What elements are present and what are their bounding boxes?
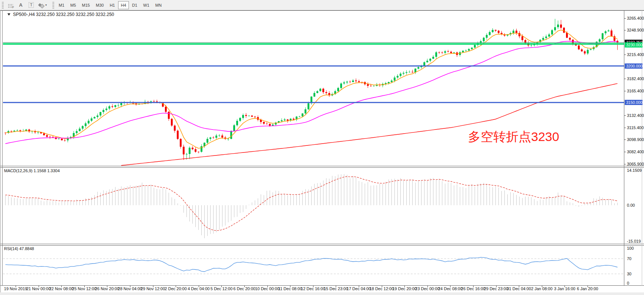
date-axis-label: 17 Dec 04:00 [347, 286, 371, 291]
macd-axis-label: 14.1509 [627, 168, 642, 173]
date-axis-label: 21 Nov 00:00 [26, 286, 51, 291]
date-axis-label: 12 Dec 16:00 [301, 286, 325, 291]
price-tick-mark [624, 152, 626, 152]
price-tick-mark [624, 79, 626, 79]
price-level-box[interactable]: 3200.000 [625, 63, 643, 69]
toolbar: F A T ▾ M1M5M15M30H1H4D1W1MN [0, 0, 644, 10]
rsi-axis-label: 70 [627, 256, 631, 261]
timeframe-button-D1[interactable]: D1 [130, 1, 140, 9]
date-axis-label: 26 Dec 16:00 [461, 286, 485, 291]
macd-axis-label: 0.00 [627, 203, 635, 207]
rsi-axis-label: 0 [627, 281, 629, 285]
price-axis-separator [624, 10, 624, 286]
date-axis-label: 4 Dec 04:00 [188, 286, 209, 291]
timeframe-button-W1[interactable]: W1 [141, 1, 152, 9]
date-axis-label: 28 Nov 04:00 [118, 286, 142, 291]
styles-icon[interactable]: ▾ [37, 1, 49, 9]
price-axis-label: 3248.900 [627, 28, 644, 32]
timeframe-button-M15[interactable]: M15 [79, 1, 92, 9]
grid-f-icon-glyph: F [12, 6, 14, 9]
price-tick-mark [624, 128, 626, 128]
date-axis-label: 5 Dec 12:00 [211, 286, 232, 291]
date-axis-label: 2 Jan 08:00 [531, 286, 553, 291]
rsi-label: RSI(14) 47.8848 [4, 246, 34, 251]
price-axis-label: 3065.900 [627, 162, 644, 166]
timeframe-button-H4[interactable]: H4 [118, 1, 129, 9]
date-axis-label: 3 Jan 16:00 [554, 286, 576, 291]
date-axis-label: 6 Jan 20:00 [577, 286, 598, 291]
date-axis-label: 29 Dec 23:00 [484, 286, 508, 291]
mt4-window: F A T ▾ M1M5M15M30H1H4D1W1MN [0, 0, 644, 295]
toolbar-drag-handle[interactable] [2, 2, 4, 9]
price-tick-mark [624, 30, 626, 30]
timeframe-button-M5[interactable]: M5 [68, 1, 78, 9]
date-axis-label: 29 Nov 12:00 [141, 286, 165, 291]
date-axis-label: 26 Nov 20:00 [95, 286, 119, 291]
date-axis-label: 11 Dec 08:00 [278, 286, 302, 291]
price-tick-mark [624, 115, 626, 116]
date-axis-label: 15 Dec 23:00 [324, 286, 348, 291]
panel-border [0, 244, 644, 244]
date-axis-label: 19 Nov 2019 [4, 286, 27, 291]
panel-left-border [2, 10, 3, 286]
timeframe-button-H1[interactable]: H1 [107, 1, 117, 9]
price-tick-mark [624, 18, 626, 19]
price-level-box[interactable]: 3150.000 [625, 100, 643, 105]
price-axis-label: 3165.400 [627, 89, 644, 93]
text-t-icon[interactable]: T [26, 1, 36, 9]
window-right-border [642, 10, 642, 286]
date-axis-label: 22 Nov 08:00 [49, 286, 73, 291]
timeframe-group: M1M5M15M30H1H4D1W1MN [56, 1, 164, 9]
macd-indicator-chart[interactable] [3, 168, 624, 244]
date-axis-label: 23 Dec 00:00 [415, 286, 439, 291]
panel-border [0, 166, 644, 166]
bottom-strip [0, 292, 644, 295]
price-axis-label: 3098.900 [627, 137, 644, 142]
price-axis-label: 3132.400 [627, 113, 644, 118]
text-t-icon-glyph: T [29, 2, 34, 8]
price-axis-label: 3082.400 [627, 150, 644, 154]
date-axis-label: 31 Dec 04:00 [507, 286, 531, 291]
date-axis-label: 19 Dec 20:00 [392, 286, 416, 291]
rsi-axis-label: 100 [627, 246, 634, 250]
timeframe-button-MN[interactable]: MN [153, 1, 164, 9]
price-axis-label: 3215.400 [627, 52, 644, 57]
date-axis-label: 18 Dec 12:00 [370, 286, 394, 291]
price-axis-label: 3115.400 [627, 125, 644, 130]
grid-f-icon[interactable]: F [6, 1, 15, 9]
price-axis-label: 3182.400 [627, 76, 644, 81]
date-axis-label: 25 Nov 12:00 [72, 286, 96, 291]
macd-axis-label: -15.019 [627, 239, 641, 243]
chart-header: SP500-,H4 3232.250 3232.250 3232.250 323… [7, 12, 114, 17]
macd-label: MACD(12,26,9) 1.1568 1.3304 [4, 168, 60, 173]
date-axis-label: 10 Dec 00:00 [255, 286, 279, 291]
price-tick-mark [624, 164, 626, 164]
price-axis-label: 3265.400 [627, 16, 644, 20]
font-a-icon[interactable]: A [16, 1, 26, 9]
date-axis-label: 2 Dec 20:00 [165, 286, 187, 291]
timeframe-button-M1[interactable]: M1 [56, 1, 67, 9]
date-axis-label: 6 Dec 20:00 [233, 286, 255, 291]
rsi-axis-label: 30 [627, 272, 631, 276]
rsi-indicator-chart[interactable] [3, 246, 624, 286]
panel-border [0, 285, 644, 286]
price-tick-mark [624, 55, 626, 55]
price-level-box[interactable]: 3230.000 [625, 42, 643, 47]
timeframe-button-M30[interactable]: M30 [93, 1, 106, 9]
panel-splitter[interactable] [0, 245, 644, 246]
price-tick-mark [624, 91, 626, 91]
panel-border [0, 10, 644, 11]
chevron-down-icon: ▾ [45, 3, 47, 7]
symbol-ohlc-text: SP500-,H4 3232.250 3232.250 3232.250 323… [13, 12, 114, 17]
toolbar-drag-handle[interactable] [52, 2, 54, 9]
font-a-icon-glyph: A [19, 3, 22, 7]
price-tick-mark [624, 140, 626, 140]
panel-splitter[interactable] [0, 167, 644, 168]
date-axis-label: 24 Dec 08:00 [438, 286, 462, 291]
annotation-text[interactable]: 多空转折点3230 [468, 130, 559, 144]
symbol-dropdown-icon[interactable] [7, 13, 10, 16]
window-left-border [0, 10, 1, 292]
